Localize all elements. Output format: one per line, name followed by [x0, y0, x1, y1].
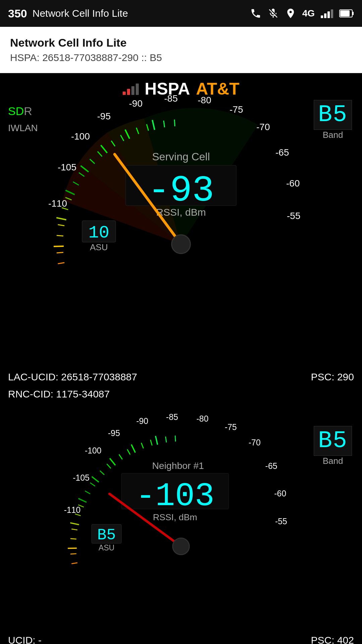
svg-line-77 [131, 444, 135, 452]
rnc-cid: RNC-CID: 1175-34087 [8, 385, 137, 402]
notification-subtitle: HSPA: 26518-77038887-290 :: B5 [10, 52, 352, 63]
svg-text:-100: -100 [85, 446, 102, 455]
svg-text:-110: -110 [64, 505, 81, 515]
svg-line-82 [175, 436, 176, 442]
svg-line-61 [70, 554, 76, 554]
status-app-number: 350 [8, 7, 27, 20]
notification-card: Network Cell Info Lite HSPA: 26518-77038… [0, 27, 362, 73]
battery-icon [339, 9, 354, 18]
lac-ucid: LAC-UCID: 26518-77038887 [8, 368, 137, 385]
neighbor-ucid: UCID: - [8, 635, 42, 644]
svg-line-12 [57, 253, 63, 253]
svg-text:-110: -110 [48, 198, 67, 209]
svg-text:Neighbor #1: Neighbor #1 [152, 460, 204, 471]
location-icon [285, 8, 296, 19]
svg-text:-95: -95 [108, 428, 120, 438]
needle-pivot [172, 235, 190, 254]
neighbor-cell-section: B5 Band [0, 409, 362, 644]
notification-title: Network Cell Info Lite [10, 36, 352, 49]
svg-line-75 [119, 454, 122, 460]
phone-icon [250, 8, 261, 19]
cell-info-right: PSC: 290 [311, 368, 354, 385]
svg-text:-80: -80 [198, 95, 211, 105]
svg-line-70 [90, 483, 95, 486]
svg-rect-1 [352, 12, 354, 15]
svg-text:-85: -85 [166, 412, 178, 422]
svg-text:Serving Cell: Serving Cell [152, 151, 210, 163]
svg-text:-75: -75 [225, 422, 237, 432]
svg-text:B5: B5 [97, 527, 116, 544]
cell-info: LAC-UCID: 26518-77038887 RNC-CID: 1175-3… [0, 362, 362, 409]
svg-text:10: 10 [88, 223, 109, 243]
svg-text:-80: -80 [196, 414, 208, 423]
mic-icon [267, 8, 279, 19]
svg-line-65 [70, 523, 79, 525]
svg-text:-70: -70 [249, 438, 261, 447]
svg-text:RSSI, dBm: RSSI, dBm [156, 207, 206, 218]
svg-text:-100: -100 [71, 131, 90, 142]
svg-line-80 [156, 436, 158, 445]
svg-text:-60: -60 [274, 489, 286, 498]
svg-line-81 [166, 436, 166, 442]
svg-line-13 [54, 246, 64, 247]
svg-text:RSSI, dBm: RSSI, dBm [153, 512, 197, 522]
svg-text:-103: -103 [136, 478, 215, 515]
svg-line-73 [107, 464, 111, 468]
status-bar-right: 4G [250, 8, 354, 19]
sdr-s: S [8, 105, 16, 117]
svg-text:-55: -55 [275, 517, 287, 526]
signal-bars-icon [321, 9, 333, 18]
svg-line-33 [175, 120, 175, 126]
svg-line-60 [71, 563, 77, 564]
svg-text:-105: -105 [58, 162, 76, 172]
svg-text:-95: -95 [97, 111, 111, 121]
svg-text:-85: -85 [164, 93, 178, 104]
serving-cell-gauge: -110 -105 -100 -95 -90 -85 -80 -75 -70 -… [30, 90, 332, 271]
svg-text:ASU: ASU [90, 242, 108, 252]
svg-text:-105: -105 [73, 473, 89, 482]
neighbor-cell-info: UCID: - PSC: 402 [0, 630, 362, 644]
sdr-d: D [16, 105, 24, 117]
status-bar-left: 350 Network Cell Info Lite [8, 7, 128, 20]
svg-line-63 [70, 539, 76, 539]
svg-text:-65: -65 [276, 147, 289, 158]
svg-line-76 [127, 449, 130, 455]
svg-line-74 [110, 458, 115, 465]
status-app-title: Network Cell Info Lite [33, 8, 128, 19]
svg-line-64 [71, 529, 77, 530]
svg-text:-90: -90 [136, 416, 148, 426]
svg-line-11 [58, 263, 65, 264]
network-type: 4G [302, 8, 315, 19]
psc-value: PSC: 290 [311, 368, 354, 385]
svg-line-15 [58, 225, 65, 226]
svg-line-72 [100, 471, 104, 475]
svg-text:-93: -93 [148, 170, 214, 212]
svg-text:-65: -65 [265, 461, 277, 471]
svg-text:-70: -70 [256, 122, 270, 132]
svg-line-78 [141, 443, 143, 448]
svg-line-14 [57, 235, 63, 236]
svg-line-16 [56, 218, 66, 220]
svg-line-71 [92, 477, 99, 482]
svg-text:-55: -55 [287, 211, 300, 221]
svg-text:-60: -60 [286, 178, 300, 189]
neighbor-needle-pivot [173, 538, 189, 555]
status-bar: 350 Network Cell Info Lite 4G [0, 0, 362, 27]
neighbor-psc: PSC: 402 [311, 635, 354, 644]
neighbor-cell-gauge: -105 -100 -95 -90 -85 -80 -75 -70 -65 -6… [30, 409, 332, 570]
svg-text:-75: -75 [230, 104, 243, 115]
cell-info-left: LAC-UCID: 26518-77038887 RNC-CID: 1175-3… [8, 368, 137, 402]
svg-text:-90: -90 [129, 98, 142, 109]
svg-text:ASU: ASU [99, 543, 115, 552]
svg-line-79 [150, 440, 152, 445]
svg-line-69 [85, 491, 90, 494]
svg-rect-2 [340, 10, 350, 16]
serving-cell-section: HSPA AT&T SDR IWLAN B5 Band [0, 73, 362, 362]
svg-line-68 [78, 498, 86, 502]
